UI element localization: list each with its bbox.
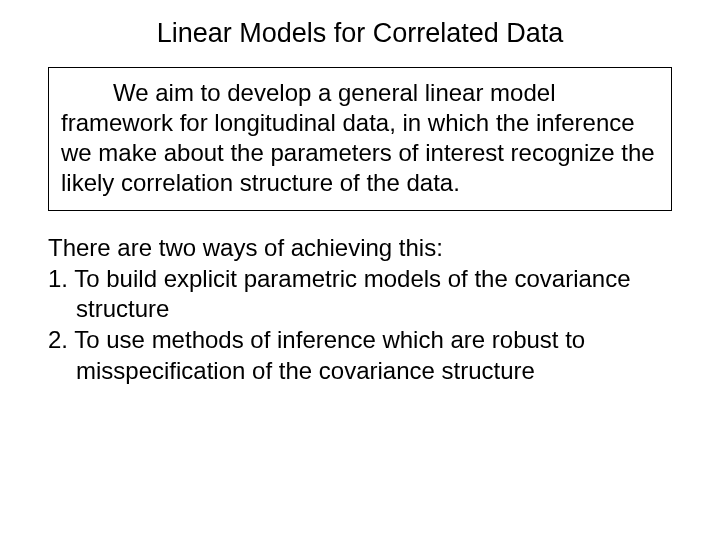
list-item: 1. To build explicit parametric models o…: [48, 264, 672, 325]
slide-title: Linear Models for Correlated Data: [40, 18, 680, 49]
slide: Linear Models for Correlated Data We aim…: [0, 0, 720, 540]
framed-paragraph: We aim to develop a general linear model…: [48, 67, 672, 211]
list-item: 2. To use methods of inference which are…: [48, 325, 672, 386]
framed-text: We aim to develop a general linear model…: [61, 79, 655, 196]
body-text: There are two ways of achieving this: 1.…: [48, 233, 672, 387]
intro-line: There are two ways of achieving this:: [48, 233, 672, 264]
